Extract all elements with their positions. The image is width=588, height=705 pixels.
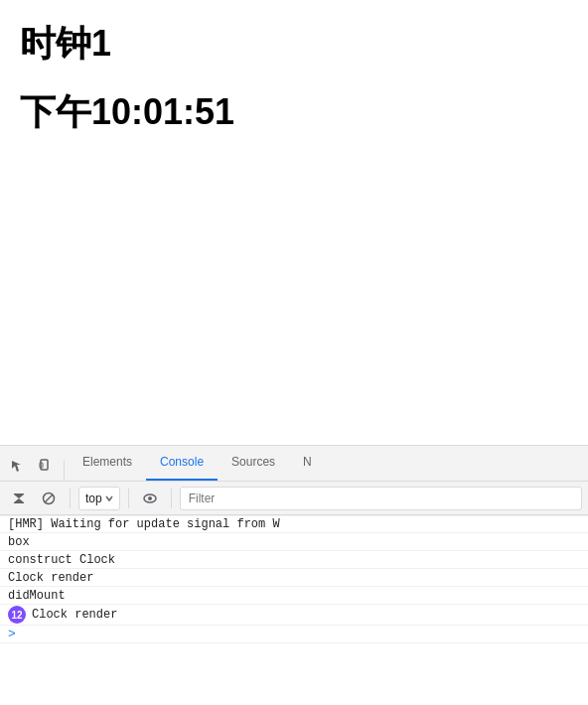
devtools-tabs-bar: Elements Console Sources N <box>0 446 588 482</box>
toolbar-vsep2 <box>128 489 129 508</box>
log-text-didmount: didMount <box>8 589 66 603</box>
clear-console-button[interactable] <box>6 486 32 511</box>
tab-elements[interactable]: Elements <box>69 445 146 481</box>
console-prompt-icon: > <box>8 627 16 641</box>
log-entry-hmr: [HMR] Waiting for update signal from W <box>0 515 588 533</box>
log-text-render2: Clock render <box>32 608 117 622</box>
block-icon-button[interactable] <box>36 486 62 511</box>
context-label: top <box>85 492 102 505</box>
dropdown-chevron-icon <box>105 494 113 502</box>
page-time: 下午10:01:51 <box>20 88 568 137</box>
log-text-render1: Clock render <box>8 571 93 585</box>
svg-line-4 <box>45 494 53 502</box>
inspect-element-button[interactable] <box>4 453 32 481</box>
svg-marker-2 <box>14 494 24 503</box>
log-entry-render2: 12 Clock render <box>0 605 588 626</box>
log-entry-render1: Clock render <box>0 569 588 587</box>
toolbar-vsep <box>70 489 71 508</box>
tab-network[interactable]: N <box>289 445 326 481</box>
device-toolbar-button[interactable] <box>32 453 60 481</box>
toolbar-vsep3 <box>171 489 172 508</box>
svg-point-6 <box>148 496 152 500</box>
console-log-area: [HMR] Waiting for update signal from W b… <box>0 515 588 643</box>
filter-input[interactable] <box>180 487 582 510</box>
log-text-hmr: [HMR] Waiting for update signal from W <box>8 517 280 531</box>
log-prompt-row[interactable]: > <box>0 626 588 643</box>
console-toolbar: top <box>0 482 588 515</box>
log-repeat-badge: 12 <box>8 606 26 624</box>
page-content: 时钟1 下午10:01:51 <box>0 0 588 137</box>
log-entry-box: box <box>0 533 588 551</box>
context-dropdown[interactable]: top <box>78 487 120 510</box>
log-entry-construct: construct Clock <box>0 551 588 569</box>
log-text-box: box <box>8 535 30 549</box>
page-title: 时钟1 <box>20 20 568 69</box>
tab-console[interactable]: Console <box>146 445 218 481</box>
eye-icon-button[interactable] <box>137 486 163 511</box>
devtools-panel: Elements Console Sources N top <box>0 445 588 643</box>
tab-sources[interactable]: Sources <box>218 445 289 481</box>
tab-separator <box>64 461 65 481</box>
log-entry-didmount: didMount <box>0 587 588 605</box>
log-text-construct: construct Clock <box>8 553 115 567</box>
